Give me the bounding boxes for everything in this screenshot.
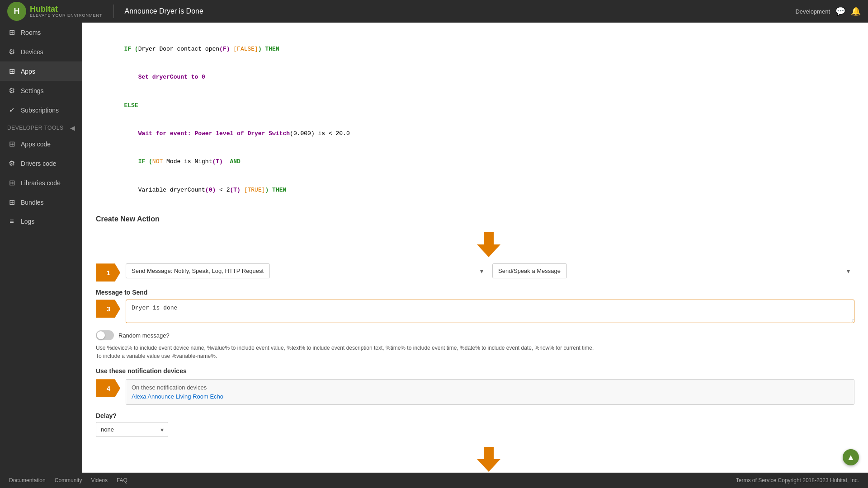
step-4-arrow: 4 xyxy=(96,379,120,397)
code-t2: (T) xyxy=(230,187,240,193)
topbar: H Hubitat ELEVATE YOUR ENVIRONMENT Annou… xyxy=(0,0,868,23)
apps-icon: ⊞ xyxy=(7,67,16,75)
delay-label: Delay? xyxy=(96,412,854,419)
code-line-1: IF (Dryer Door contact open(F) [FALSE]) … xyxy=(96,35,854,63)
subscriptions-icon: ✓ xyxy=(7,106,16,114)
logo: H Hubitat ELEVATE YOUR ENVIRONMENT xyxy=(7,2,103,21)
step-1-row: 1 Send Message: Notify, Speak, Log, HTTP… xyxy=(96,263,854,282)
action-subtype-wrapper: Send/Speak a Message xyxy=(492,263,854,278)
notification-devices-box: On these notification devices Alexa Anno… xyxy=(126,379,854,405)
notif-device-link[interactable]: Alexa Announce Living Room Echo xyxy=(132,393,223,400)
scroll-top-button[interactable]: ▲ xyxy=(843,449,859,465)
sidebar-item-label-logs: Logs xyxy=(21,218,34,225)
toggle-label: Random message? xyxy=(118,332,170,339)
settings-icon: ⚙ xyxy=(7,86,16,95)
sidebar-item-settings[interactable]: ⚙ Settings xyxy=(0,81,82,100)
topbar-divider xyxy=(113,5,114,18)
footer-copyright: Terms of Service Copyright 2018-2023 Hub… xyxy=(736,477,859,483)
step-1-arrow: 1 xyxy=(96,263,120,282)
page-title: Announce Dryer is Done xyxy=(125,7,203,15)
toggle-row: Random message? xyxy=(96,330,854,340)
create-action-title: Create New Action xyxy=(96,215,854,223)
code-text: Dryer Door contact open xyxy=(138,46,219,52)
notif-box-header: On these notification devices xyxy=(132,384,849,391)
action-type-wrapper: Send Message: Notify, Speak, Log, HTTP R… xyxy=(126,263,488,278)
sidebar-item-label-libraries-code: Libraries code xyxy=(21,179,61,187)
code-else: ELSE xyxy=(124,102,138,109)
down-arrow-2 xyxy=(477,232,500,257)
code-line-6: Variable dryerCount(0) < 2(T) [TRUE]) TH… xyxy=(96,176,854,204)
action-type-select[interactable]: Send Message: Notify, Speak, Log, HTTP R… xyxy=(126,263,270,278)
sidebar: ⊞ Rooms ⚙ Devices ⊞ Apps ⚙ Settings ✓ Su… xyxy=(0,23,82,473)
message-label-container: Message to Send xyxy=(96,289,854,296)
sidebar-item-label-drivers-code: Drivers code xyxy=(21,160,57,167)
logo-name: Hubitat xyxy=(30,5,103,13)
message-label: Message to Send xyxy=(96,289,147,296)
footer-link-community[interactable]: Community xyxy=(55,477,82,483)
sidebar-item-apps[interactable]: ⊞ Apps xyxy=(0,61,82,81)
down-arrow-2-body xyxy=(484,232,494,244)
down-arrow-2-container xyxy=(123,230,854,260)
logs-icon: ≡ xyxy=(7,217,16,225)
random-message-toggle[interactable] xyxy=(96,330,114,340)
down-arrow-5-body xyxy=(484,447,494,459)
dropdowns-row: Send Message: Notify, Speak, Log, HTTP R… xyxy=(126,263,854,278)
bell-icon[interactable]: 🔔 xyxy=(851,6,861,16)
help-text: Use %device% to include event device nam… xyxy=(96,344,854,360)
sidebar-item-subscriptions[interactable]: ✓ Subscriptions xyxy=(0,100,82,120)
footer-link-documentation[interactable]: Documentation xyxy=(9,477,46,483)
sidebar-item-label-apps: Apps xyxy=(21,68,35,75)
sidebar-item-label-rooms: Rooms xyxy=(21,29,41,36)
step-3-arrow: 3 xyxy=(96,300,120,318)
code-kw2: (F) xyxy=(219,46,230,52)
footer-link-faq[interactable]: FAQ xyxy=(117,477,127,483)
sidebar-item-apps-code[interactable]: ⊞ Apps code xyxy=(0,134,82,154)
code-and: AND xyxy=(223,158,241,165)
logo-subtitle: ELEVATE YOUR ENVIRONMENT xyxy=(30,13,103,18)
step-4-num: 4 xyxy=(107,385,110,392)
step-4-row: 4 On these notification devices Alexa An… xyxy=(96,379,854,405)
delay-select-wrapper: none xyxy=(96,422,168,437)
content-area: IF (Dryer Door contact open(F) [FALSE]) … xyxy=(82,23,868,473)
code-set: Set dryerCount to 0 xyxy=(124,74,205,80)
sidebar-item-logs[interactable]: ≡ Logs xyxy=(0,212,82,231)
sidebar-item-libraries-code[interactable]: ⊞ Libraries code xyxy=(0,173,82,192)
toggle-knob xyxy=(97,331,105,339)
apps-code-icon: ⊞ xyxy=(7,140,16,148)
topbar-right: Development 💬 🔔 xyxy=(795,6,861,16)
action-subtype-select[interactable]: Send/Speak a Message xyxy=(492,263,567,278)
code-wait: Wait for event: Power level of Dryer Swi… xyxy=(124,130,290,137)
message-input[interactable]: Dryer is done xyxy=(126,300,854,323)
code-var2: (0) xyxy=(205,187,216,193)
code-kw: IF ( xyxy=(124,46,138,52)
libraries-code-icon: ⊞ xyxy=(7,178,16,187)
main-layout: ⊞ Rooms ⚙ Devices ⊞ Apps ⚙ Settings ✓ Su… xyxy=(0,23,868,473)
footer-links: Documentation Community Videos FAQ xyxy=(9,477,127,483)
code-line-5: IF (NOT Mode is Night(T) AND xyxy=(96,148,854,176)
down-arrow-5-container xyxy=(123,444,854,473)
env-label: Development xyxy=(795,8,830,15)
step-1-num: 1 xyxy=(107,269,110,277)
code-then: ) THEN xyxy=(258,46,279,52)
code-then2: ) THEN xyxy=(265,187,287,193)
bundles-icon: ⊞ xyxy=(7,198,16,206)
code-false: [FALSE] xyxy=(233,46,258,52)
code-lt: < 2 xyxy=(216,187,230,193)
code-wait2: (0.000) is < 20.0 xyxy=(290,130,350,137)
sidebar-item-rooms[interactable]: ⊞ Rooms xyxy=(0,23,82,42)
sidebar-item-bundles[interactable]: ⊞ Bundles xyxy=(0,192,82,212)
footer: Documentation Community Videos FAQ Terms… xyxy=(0,473,868,488)
code-mode: Mode is Night xyxy=(163,158,212,165)
code-line-4: Wait for event: Power level of Dryer Swi… xyxy=(96,120,854,148)
sidebar-item-drivers-code[interactable]: ⚙ Drivers code xyxy=(0,154,82,173)
sidebar-item-label-apps-code: Apps code xyxy=(21,141,51,148)
sidebar-item-devices[interactable]: ⚙ Devices xyxy=(0,42,82,61)
footer-link-videos[interactable]: Videos xyxy=(91,477,107,483)
collapse-icon[interactable]: ◀ xyxy=(70,124,75,131)
chat-icon[interactable]: 💬 xyxy=(835,6,845,16)
logo-text-block: Hubitat ELEVATE YOUR ENVIRONMENT xyxy=(30,5,103,18)
sidebar-item-label-devices: Devices xyxy=(21,48,43,56)
devices-icon: ⚙ xyxy=(7,47,16,56)
sidebar-item-label-subscriptions: Subscriptions xyxy=(21,107,59,114)
delay-select[interactable]: none xyxy=(96,422,168,437)
